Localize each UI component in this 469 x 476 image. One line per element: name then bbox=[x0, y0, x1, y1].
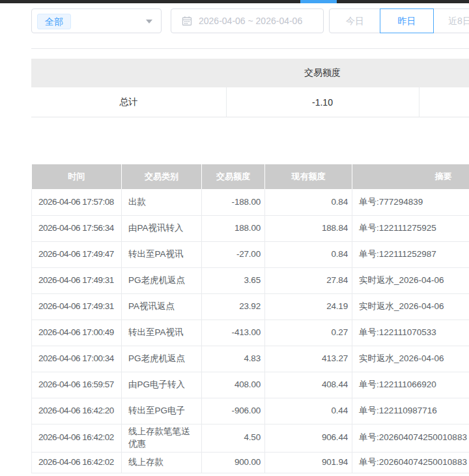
cell-type: 线上存款 bbox=[122, 452, 202, 473]
cell-note: 单号:122111252987 bbox=[352, 241, 469, 267]
column-header-amount: 交易额度 bbox=[202, 164, 265, 189]
cell-amount: 4.50 bbox=[202, 424, 265, 452]
cell-amount: 23.92 bbox=[202, 293, 265, 320]
cell-balance: 901.94 bbox=[265, 452, 352, 473]
category-select[interactable]: 全部 bbox=[31, 8, 162, 33]
table-row: 2026-04-06 17:57:08 出款 -188.00 0.84 单号:7… bbox=[32, 189, 469, 215]
cell-note: 单号:202604074250010883 bbox=[352, 424, 469, 452]
cell-type: 由PA视讯转入 bbox=[122, 215, 202, 241]
cell-time: 2026-04-06 17:56:34 bbox=[32, 215, 122, 241]
cell-balance: 0.84 bbox=[265, 241, 352, 267]
quick-range-group: 今日 昨日 近8日 bbox=[329, 8, 469, 33]
cell-time: 2026-04-06 17:00:34 bbox=[32, 346, 122, 372]
table-row: 2026-04-06 17:00:49 转出至PA视讯 -413.00 0.27… bbox=[32, 320, 469, 346]
date-range-input[interactable]: 2026-04-06 ~ 2026-04-06 bbox=[171, 8, 324, 33]
cell-type: PG老虎机返点 bbox=[122, 346, 202, 372]
cell-time: 2026-04-06 16:42:02 bbox=[32, 424, 122, 452]
calendar-icon bbox=[182, 16, 192, 26]
summary-header-empty bbox=[31, 59, 226, 87]
cell-time: 2026-04-06 16:59:57 bbox=[32, 372, 122, 398]
cell-amount: 900.00 bbox=[202, 452, 265, 473]
table-row: 2026-04-06 16:42:02 线上存款 900.00 901.94 单… bbox=[32, 452, 469, 473]
table-header-row: 时间 交易类别 交易额度 现有额度 摘要 bbox=[32, 164, 469, 189]
cell-note: 单号:122111275925 bbox=[352, 215, 469, 241]
cell-type: 出款 bbox=[122, 189, 202, 215]
summary-total-row: 总计 -1.10 bbox=[31, 87, 469, 117]
table-row: 2026-04-06 16:42:20 转出至PG电子 -906.00 0.44… bbox=[32, 398, 469, 424]
cell-time: 2026-04-06 16:42:20 bbox=[32, 398, 122, 424]
cell-time: 2026-04-06 17:49:31 bbox=[32, 267, 122, 293]
cell-balance: 24.19 bbox=[265, 293, 352, 320]
summary-total-label: 总计 bbox=[31, 87, 226, 117]
cell-type: 转出至PA视讯 bbox=[122, 320, 202, 346]
summary-total-extra bbox=[419, 87, 469, 117]
quick-range-last8days[interactable]: 近8日 bbox=[433, 9, 469, 33]
cell-type: 转出至PG电子 bbox=[122, 398, 202, 424]
table-row: 2026-04-06 17:49:31 PG老虎机返点 3.65 27.84 实… bbox=[32, 267, 469, 293]
cell-amount: 188.00 bbox=[202, 215, 265, 241]
table-row: 2026-04-06 17:49:47 转出至PA视讯 -27.00 0.84 … bbox=[32, 241, 469, 267]
cell-balance: 188.84 bbox=[265, 215, 352, 241]
cell-note: 实时返水_2026-04-06 bbox=[352, 267, 469, 293]
cell-type: 线上存款笔笔送优惠 bbox=[122, 424, 202, 452]
column-header-note: 摘要 bbox=[352, 164, 469, 189]
cell-amount: -27.00 bbox=[202, 241, 265, 267]
cell-time: 2026-04-06 17:57:08 bbox=[32, 189, 122, 215]
caret-down-icon bbox=[146, 20, 152, 23]
summary-header-amount: 交易额度 bbox=[226, 59, 419, 87]
cell-note: 实时返水_2026-04-06 bbox=[352, 346, 469, 372]
cell-balance: 413.27 bbox=[265, 346, 352, 372]
cell-amount: 4.83 bbox=[202, 346, 265, 372]
cell-note: 单号:122110987716 bbox=[352, 398, 469, 424]
date-range-value[interactable]: 2026-04-06 ~ 2026-04-06 bbox=[199, 16, 302, 26]
quick-range-yesterday[interactable]: 昨日 bbox=[380, 9, 433, 33]
cell-type: 由PG电子转入 bbox=[122, 372, 202, 398]
summary-table: 交易额度 总计 -1.10 bbox=[31, 59, 469, 117]
cell-balance: 0.27 bbox=[265, 320, 352, 346]
summary-header-row: 交易额度 bbox=[31, 59, 469, 87]
summary-header-empty2 bbox=[419, 59, 469, 87]
page: 全部 2026-04-06 ~ 2026-04-06 今日 昨日 近8日 bbox=[0, 0, 469, 476]
summary-total-value: -1.10 bbox=[226, 87, 419, 117]
cell-note: 实时返水_2026-04-06 bbox=[352, 293, 469, 320]
column-header-time: 时间 bbox=[32, 164, 122, 189]
table-row: 2026-04-06 17:49:31 PA视讯返点 23.92 24.19 实… bbox=[32, 293, 469, 320]
column-header-balance: 现有额度 bbox=[265, 164, 352, 189]
cell-note: 单号:122111070533 bbox=[352, 320, 469, 346]
cell-balance: 0.84 bbox=[265, 189, 352, 215]
cell-time: 2026-04-06 17:49:31 bbox=[32, 293, 122, 320]
cell-amount: -188.00 bbox=[202, 189, 265, 215]
section-divider bbox=[31, 48, 469, 49]
cell-balance: 408.44 bbox=[265, 372, 352, 398]
selected-category-tag[interactable]: 全部 bbox=[37, 14, 71, 29]
table-row: 2026-04-06 17:56:34 由PA视讯转入 188.00 188.8… bbox=[32, 215, 469, 241]
cell-amount: 3.65 bbox=[202, 267, 265, 293]
cell-note: 单号:202604074250010883 bbox=[352, 452, 469, 473]
cell-type: PA视讯返点 bbox=[122, 293, 202, 320]
cell-balance: 906.44 bbox=[265, 424, 352, 452]
table-row: 2026-04-06 17:00:34 PG老虎机返点 4.83 413.27 … bbox=[32, 346, 469, 372]
table-row: 2026-04-06 16:42:02 线上存款笔笔送优惠 4.50 906.4… bbox=[32, 424, 469, 452]
cell-note: 单号:777294839 bbox=[352, 189, 469, 215]
quick-range-today[interactable]: 今日 bbox=[330, 9, 380, 33]
cell-amount: -906.00 bbox=[202, 398, 265, 424]
browser-top-strip bbox=[0, 0, 469, 3]
cell-balance: 0.44 bbox=[265, 398, 352, 424]
cell-amount: -413.00 bbox=[202, 320, 265, 346]
active-tab-indicator bbox=[300, 0, 337, 3]
cell-amount: 408.00 bbox=[202, 372, 265, 398]
cell-time: 2026-04-06 16:42:02 bbox=[32, 452, 122, 473]
cell-type: PG老虎机返点 bbox=[122, 267, 202, 293]
cell-balance: 27.84 bbox=[265, 267, 352, 293]
filter-bar: 全部 2026-04-06 ~ 2026-04-06 今日 昨日 近8日 bbox=[31, 8, 469, 33]
transactions-table: 时间 交易类别 交易额度 现有额度 摘要 2026-04-06 17:57:08… bbox=[31, 164, 469, 473]
cell-time: 2026-04-06 17:49:47 bbox=[32, 241, 122, 267]
cell-type: 转出至PA视讯 bbox=[122, 241, 202, 267]
column-header-type: 交易类别 bbox=[122, 164, 202, 189]
cell-time: 2026-04-06 17:00:49 bbox=[32, 320, 122, 346]
table-row: 2026-04-06 16:59:57 由PG电子转入 408.00 408.4… bbox=[32, 372, 469, 398]
cell-note: 单号:122111066920 bbox=[352, 372, 469, 398]
